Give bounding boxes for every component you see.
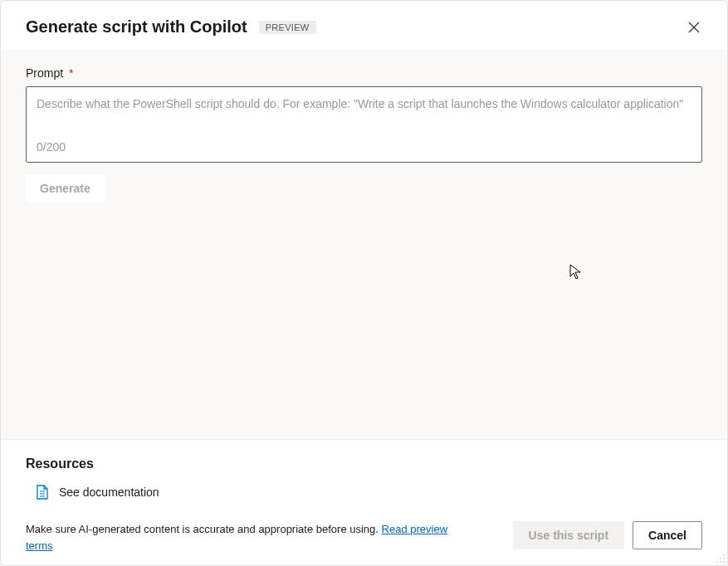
copilot-script-dialog: Generate script with Copilot PREVIEW Pro… bbox=[0, 0, 728, 566]
character-counter: 0/200 bbox=[37, 140, 691, 154]
bottom-section: Resources See documentation Make sure AI… bbox=[1, 439, 727, 565]
close-button[interactable] bbox=[686, 19, 702, 36]
documentation-link-label: See documentation bbox=[59, 485, 159, 499]
disclaimer-text: Make sure AI-generated content is accura… bbox=[26, 521, 474, 554]
required-indicator: * bbox=[69, 66, 73, 80]
use-script-button[interactable]: Use this script bbox=[513, 521, 624, 549]
footer-row: Make sure AI-generated content is accura… bbox=[26, 521, 702, 554]
documentation-link[interactable]: See documentation bbox=[36, 485, 702, 500]
close-icon bbox=[687, 21, 701, 34]
footer-buttons: Use this script Cancel bbox=[513, 521, 702, 549]
svg-point-7 bbox=[720, 561, 721, 563]
svg-point-3 bbox=[723, 554, 725, 556]
svg-point-6 bbox=[716, 561, 718, 563]
generate-button[interactable]: Generate bbox=[26, 174, 105, 202]
prompt-textarea[interactable] bbox=[37, 95, 691, 130]
main-content: Prompt * 0/200 Generate bbox=[1, 50, 727, 439]
dialog-title: Generate script with Copilot bbox=[26, 17, 247, 37]
disclaimer-static: Make sure AI-generated content is accura… bbox=[26, 523, 382, 535]
svg-point-5 bbox=[723, 558, 725, 559]
svg-point-4 bbox=[720, 558, 721, 559]
cancel-button[interactable]: Cancel bbox=[633, 521, 702, 549]
resize-grip-icon[interactable] bbox=[716, 554, 726, 564]
document-icon bbox=[36, 485, 49, 500]
prompt-textarea-container[interactable]: 0/200 bbox=[26, 86, 702, 163]
dialog-header: Generate script with Copilot PREVIEW bbox=[1, 1, 727, 50]
prompt-label: Prompt * bbox=[26, 66, 702, 80]
svg-point-8 bbox=[723, 561, 725, 563]
prompt-label-text: Prompt bbox=[26, 66, 63, 80]
resources-heading: Resources bbox=[26, 456, 702, 471]
preview-badge: PREVIEW bbox=[259, 21, 316, 34]
